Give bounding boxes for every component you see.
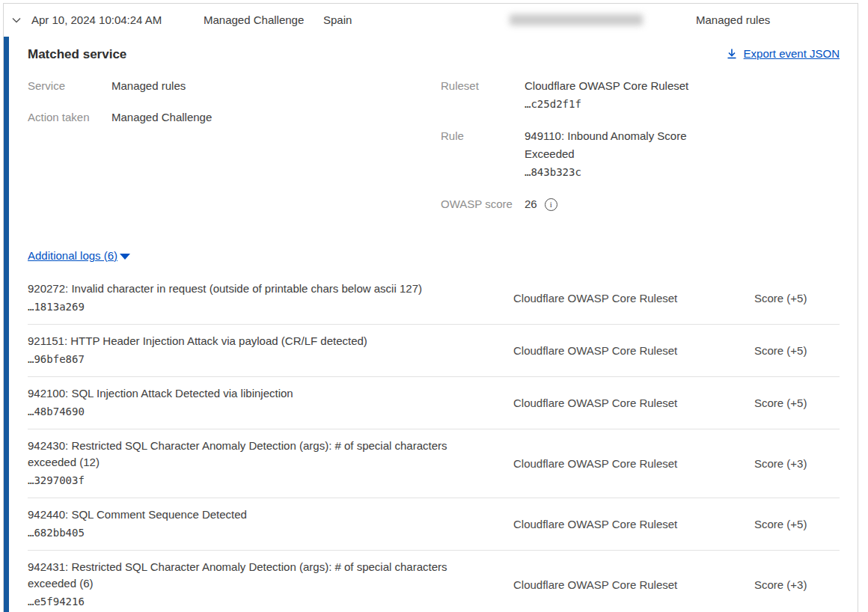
log-main: 942430: Restricted SQL Character Anomaly…	[28, 438, 513, 489]
log-main: 942440: SQL Comment Sequence Detected …6…	[28, 507, 513, 541]
log-id: …1813a269	[28, 299, 480, 315]
chevron-down-icon[interactable]	[10, 14, 22, 26]
event-row[interactable]: Apr 10, 2024 10:04:24 AM Managed Challen…	[4, 4, 858, 37]
additional-logs-label: Additional logs (6)	[28, 249, 117, 262]
field-value: Managed rules	[111, 77, 291, 95]
log-row: 942430: Restricted SQL Character Anomaly…	[28, 429, 840, 498]
log-ruleset: Cloudflare OWASP Core Ruleset	[513, 344, 754, 357]
export-event-json-link[interactable]: Export event JSON	[726, 47, 840, 60]
ruleset-name: Cloudflare OWASP Core Ruleset	[525, 79, 688, 92]
caret-down-icon	[120, 254, 130, 260]
field-service: Service Managed rules	[28, 77, 441, 95]
log-score: Score (+3)	[754, 578, 840, 591]
field-action-taken: Action taken Managed Challenge	[28, 108, 441, 126]
log-id: …e5f94216	[28, 594, 480, 610]
event-detail-panel: Matched service Export event JSON Servic…	[4, 37, 858, 612]
event-table-frame: Apr 10, 2024 10:04:24 AM Managed Challen…	[3, 3, 858, 612]
log-main: 942100: SQL Injection Attack Detected vi…	[28, 385, 513, 420]
panel-title: Matched service	[28, 47, 126, 62]
detail-column-right: Ruleset Cloudflare OWASP Core Ruleset …c…	[441, 77, 840, 228]
owasp-score-value: 26	[525, 195, 537, 213]
log-title: 920272: Invalid character in request (ou…	[28, 281, 480, 297]
field-value: 26 i	[525, 195, 704, 213]
field-value: Cloudflare OWASP Core Ruleset …c25d2f1f	[525, 77, 704, 112]
field-label: Service	[28, 77, 111, 95]
field-ruleset: Ruleset Cloudflare OWASP Core Ruleset …c…	[441, 77, 840, 112]
redacted-ray-id	[510, 14, 643, 25]
event-country: Spain	[323, 13, 352, 26]
log-row: 942440: SQL Comment Sequence Detected …6…	[28, 498, 840, 551]
event-service: Managed rules	[696, 13, 770, 26]
log-ruleset: Cloudflare OWASP Core Ruleset	[513, 578, 754, 591]
ruleset-id: …c25d2f1f	[525, 96, 704, 112]
rule-id: …843b323c	[525, 164, 704, 180]
log-main: 920272: Invalid character in request (ou…	[28, 281, 513, 315]
log-title: 942431: Restricted SQL Character Anomaly…	[28, 559, 480, 592]
log-title: 921151: HTTP Header Injection Attack via…	[28, 333, 480, 349]
log-row: 921151: HTTP Header Injection Attack via…	[28, 325, 840, 377]
info-icon[interactable]: i	[545, 198, 557, 211]
download-icon	[726, 48, 738, 60]
detail-column-left: Service Managed rules Action taken Manag…	[28, 77, 441, 140]
log-id: …48b74690	[28, 404, 480, 420]
detail-header: Matched service Export event JSON	[28, 47, 840, 62]
log-score: Score (+5)	[754, 518, 840, 530]
log-ruleset: Cloudflare OWASP Core Ruleset	[513, 397, 754, 409]
additional-logs-table: 920272: Invalid character in request (ou…	[28, 272, 840, 612]
log-main: 921151: HTTP Header Injection Attack via…	[28, 333, 513, 367]
log-id: …96bfe867	[28, 352, 480, 367]
field-owasp-score: OWASP score 26 i	[441, 195, 840, 213]
field-rule: Rule 949110: Inbound Anomaly Score Excee…	[441, 127, 840, 180]
field-label: Rule	[441, 127, 525, 145]
export-event-json-label: Export event JSON	[744, 47, 840, 60]
field-value: 949110: Inbound Anomaly Score Exceeded ……	[525, 127, 704, 180]
log-title: 942430: Restricted SQL Character Anomaly…	[28, 438, 480, 471]
log-ruleset: Cloudflare OWASP Core Ruleset	[513, 518, 754, 530]
log-row: 942100: SQL Injection Attack Detected vi…	[28, 377, 840, 429]
log-ruleset: Cloudflare OWASP Core Ruleset	[513, 457, 754, 470]
log-score: Score (+5)	[754, 344, 840, 357]
field-label: OWASP score	[441, 195, 525, 213]
rule-name: 949110: Inbound Anomaly Score Exceeded	[525, 129, 687, 160]
log-id: …682bb405	[28, 525, 480, 541]
log-score: Score (+3)	[754, 457, 840, 470]
log-row: 942431: Restricted SQL Character Anomaly…	[28, 551, 840, 612]
log-row: 920272: Invalid character in request (ou…	[28, 272, 840, 325]
log-id: …3297003f	[28, 473, 480, 489]
event-timestamp: Apr 10, 2024 10:04:24 AM	[31, 13, 162, 26]
field-label: Ruleset	[441, 77, 525, 95]
detail-grid: Service Managed rules Action taken Manag…	[28, 77, 840, 228]
additional-logs-toggle[interactable]: Additional logs (6)	[28, 249, 840, 262]
log-ruleset: Cloudflare OWASP Core Ruleset	[513, 292, 754, 305]
log-title: 942100: SQL Injection Attack Detected vi…	[28, 385, 480, 402]
log-score: Score (+5)	[754, 397, 840, 409]
log-main: 942431: Restricted SQL Character Anomaly…	[28, 559, 513, 610]
event-action: Managed Challenge	[204, 13, 304, 26]
field-label: Action taken	[28, 108, 111, 126]
log-title: 942440: SQL Comment Sequence Detected	[28, 507, 480, 523]
field-value: Managed Challenge	[111, 108, 291, 126]
log-score: Score (+5)	[754, 292, 840, 305]
